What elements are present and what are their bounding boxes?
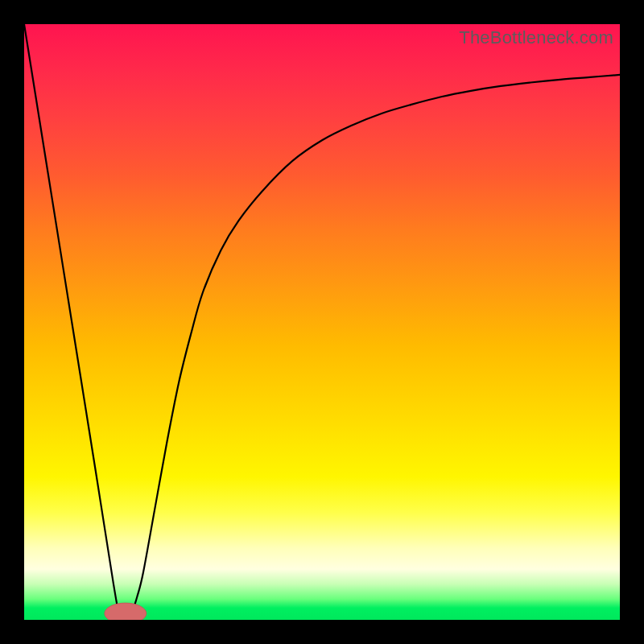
chart-svg bbox=[24, 24, 620, 620]
min-marker bbox=[105, 603, 147, 620]
plot-area: TheBottleneck.com bbox=[24, 24, 620, 620]
bottleneck-curve bbox=[24, 24, 620, 620]
chart-frame: TheBottleneck.com bbox=[0, 0, 644, 644]
